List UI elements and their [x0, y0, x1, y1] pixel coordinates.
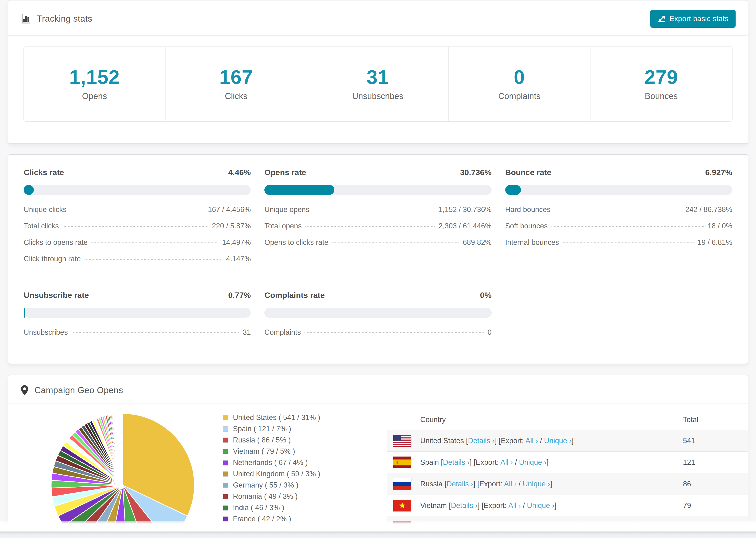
- separator: /: [521, 501, 527, 510]
- rate-row-value: 2,303 / 61.446%: [439, 222, 492, 230]
- legend-item-germany: Germany ( 55 / 3% ): [223, 481, 387, 489]
- legend-label: Germany ( 55 / 3% ): [233, 481, 298, 489]
- rate-value: 4.46%: [228, 168, 251, 177]
- legend-label: Romania ( 49 / 3% ): [233, 492, 298, 501]
- bracket: ]: [555, 501, 557, 510]
- rate-row-label: Unsubscribes: [24, 328, 68, 337]
- rate-value: 6.927%: [705, 168, 732, 177]
- export-unique-link[interactable]: Unique ›: [523, 480, 550, 488]
- dotted-leader: [563, 242, 694, 243]
- stat-value: 31: [309, 66, 446, 88]
- rate-progress-track: [264, 185, 491, 195]
- export-all-link[interactable]: All ›: [508, 501, 521, 510]
- rate-row-label: Clicks to opens rate: [24, 238, 87, 247]
- rate-row-label: Unique clicks: [24, 205, 67, 214]
- rate-progress-fill: [264, 185, 334, 195]
- legend-item-united-states: United States ( 541 / 31% ): [223, 413, 387, 422]
- rate-row-value: 4.147%: [226, 255, 251, 263]
- country-name: Vietnam: [420, 501, 447, 510]
- legend-item-vietnam: Vietnam ( 79 / 5% ): [223, 447, 387, 456]
- bracket: [: [499, 437, 501, 445]
- geo-pie-chart: [48, 410, 198, 538]
- flag-us-icon: [393, 435, 411, 447]
- country-cell: United States [Details ›] [Export: All ›…: [420, 437, 683, 445]
- rates-grid: Clicks rate4.46%Unique clicks167 / 4.456…: [24, 168, 732, 341]
- dotted-leader: [72, 332, 239, 333]
- rate-value: 30.736%: [460, 168, 491, 177]
- rate-row: Unique clicks167 / 4.456%: [24, 201, 251, 218]
- tracking-stats-card: Tracking stats Export basic stats 1,152O…: [8, 0, 748, 144]
- export-unique-link[interactable]: Unique ›: [544, 437, 571, 445]
- export-unique-link[interactable]: Unique ›: [519, 458, 546, 466]
- rate-row-label: Internal bounces: [505, 238, 559, 247]
- total-cell: 121: [683, 458, 742, 467]
- dotted-leader: [304, 332, 484, 333]
- tracking-stats-title: Tracking stats: [37, 14, 92, 24]
- flag-ru-icon: [393, 478, 411, 490]
- rate-head: Bounce rate6.927%: [505, 168, 732, 177]
- rate-row-value: 167 / 4.456%: [208, 205, 251, 214]
- rate-row: Soft bounces18 / 0%: [505, 218, 732, 234]
- rate-progress-fill: [24, 185, 34, 195]
- bracket: [: [474, 458, 476, 466]
- dotted-leader: [313, 210, 435, 210]
- legend-item-united-kingdom: United Kingdom ( 59 / 3% ): [223, 470, 387, 478]
- stat-label: Opens: [26, 91, 163, 101]
- legend-swatch: [223, 494, 228, 499]
- flag-es-icon: [393, 457, 411, 468]
- rate-row-value: 689.82%: [463, 238, 491, 247]
- rate-head: Opens rate30.736%: [264, 168, 491, 177]
- dotted-leader: [71, 210, 204, 210]
- rate-row: Click through rate4.147%: [24, 251, 251, 267]
- export-all-link[interactable]: All ›: [500, 458, 513, 466]
- rate-title: Opens rate: [264, 168, 306, 177]
- bracket: ]: [571, 437, 573, 445]
- pie-slice-other[interactable]: [123, 413, 123, 485]
- rate-row-label: Click through rate: [24, 255, 81, 263]
- rate-title: Bounce rate: [505, 168, 552, 177]
- rate-row-label: Soft bounces: [505, 222, 548, 230]
- rate-block-complaints-rate: Complaints rate0%Complaints0: [264, 291, 491, 341]
- rate-row-label: Hard bounces: [505, 205, 551, 214]
- geo-body: United States ( 541 / 31% )Spain ( 121 /…: [8, 404, 748, 538]
- details-link[interactable]: Details ›: [451, 501, 477, 510]
- legend-swatch: [223, 483, 228, 488]
- geo-table-header: Country Total: [387, 409, 748, 430]
- stat-unsubscribes: 31Unsubscribes: [307, 47, 449, 121]
- country-cell: Vietnam [Details ›] [Export: All › / Uni…: [420, 501, 683, 510]
- rate-value: 0.77%: [228, 291, 251, 300]
- total-cell: 86: [683, 480, 742, 488]
- export-label: Export:: [501, 437, 525, 445]
- dotted-leader: [554, 210, 681, 210]
- flag-column-spacer: [393, 414, 411, 426]
- rate-row-value: 14.497%: [222, 238, 251, 247]
- export-button-label: Export basic stats: [669, 15, 729, 23]
- rate-block-clicks-rate: Clicks rate4.46%Unique clicks167 / 4.456…: [24, 168, 251, 267]
- country-name: Russia: [420, 480, 443, 488]
- legend-label: Netherlands ( 67 / 4% ): [233, 458, 308, 467]
- dotted-leader: [63, 226, 208, 227]
- rate-value: 0%: [480, 291, 492, 300]
- details-link[interactable]: Details ›: [443, 458, 470, 466]
- rate-row: Clicks to opens rate14.497%: [24, 234, 251, 251]
- rate-rows: Complaints0: [264, 324, 491, 341]
- rate-head: Unsubscribe rate0.77%: [24, 291, 251, 300]
- rate-row-label: Complaints: [264, 328, 301, 337]
- export-basic-stats-button[interactable]: Export basic stats: [650, 10, 735, 28]
- export-all-link[interactable]: All ›: [504, 480, 516, 488]
- bracket: ]: [550, 480, 552, 488]
- bracket: [: [441, 458, 443, 466]
- total-cell: 79: [683, 501, 742, 510]
- export-label: Export:: [479, 480, 504, 488]
- legend-label: Spain ( 121 / 7% ): [233, 425, 291, 433]
- bracket: [: [482, 501, 484, 510]
- legend-label: Russia ( 86 / 5% ): [233, 436, 291, 444]
- export-all-link[interactable]: All ›: [525, 437, 538, 445]
- stat-clicks: 167Clicks: [166, 47, 307, 121]
- rate-row: Unique opens1,152 / 30.736%: [264, 201, 491, 218]
- details-link[interactable]: Details ›: [468, 437, 495, 445]
- details-link[interactable]: Details ›: [447, 480, 473, 488]
- bracket: ]: [547, 458, 549, 466]
- separator: /: [538, 437, 544, 445]
- export-unique-link[interactable]: Unique ›: [527, 501, 554, 510]
